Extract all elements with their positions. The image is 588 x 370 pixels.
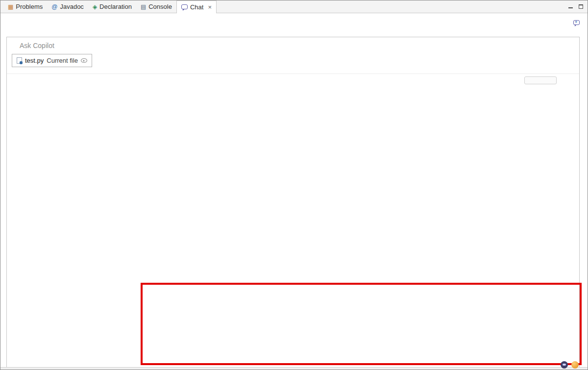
copilot-status-icon[interactable] xyxy=(561,361,568,369)
notification-icon[interactable] xyxy=(571,361,579,369)
chat-view: Ask Copilot test.py Current file xyxy=(0,236,438,321)
status-bar xyxy=(0,367,588,370)
status-icons xyxy=(561,361,579,369)
bottom-view-panel: ▦Problems@Javadoc◈Declaration▤ConsoleCha… xyxy=(0,236,438,321)
chat-input-box[interactable]: Ask Copilot test.py Current file xyxy=(6,236,438,321)
eclipse-ide-window: { "window": { "title": "eclipse-workspac… xyxy=(0,0,588,370)
